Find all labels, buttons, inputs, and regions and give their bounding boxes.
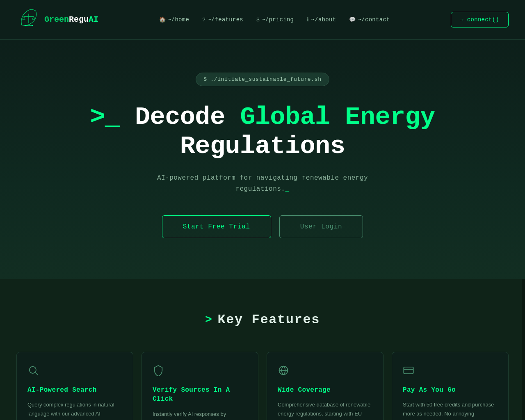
globe-icon [278, 365, 372, 378]
feature-card-verify: Verify Sources In A Click Instantly veri… [142, 352, 258, 420]
logo: GreenReguAI [16, 7, 98, 32]
user-login-button[interactable]: User Login [279, 215, 363, 238]
hero-section: $ ./initiate_sustainable_future.sh >_ De… [0, 40, 525, 279]
hero-buttons: Start Free Trial User Login [16, 215, 509, 238]
contact-icon: 💬 [349, 16, 356, 23]
prompt-symbol: >_ [90, 103, 120, 132]
home-icon: 🏠 [159, 16, 166, 23]
feature-title-payment: Pay As You Go [403, 386, 498, 395]
logo-icon [16, 7, 41, 32]
hero-subtext: AI-powered platform for navigating renew… [135, 173, 390, 195]
svg-point-5 [30, 367, 36, 373]
feature-card-search: AI-Powered Search Query complex regulati… [16, 352, 133, 420]
connect-button[interactable]: → connect() [451, 12, 509, 27]
hero-heading: >_ Decode Global Energy Regulations [16, 103, 509, 161]
cursor: _ [285, 185, 289, 193]
feature-desc-search: Query complex regulations in natural lan… [27, 400, 122, 420]
feature-title-search: AI-Powered Search [27, 386, 122, 395]
feature-title-verify: Verify Sources In A Click [153, 386, 247, 404]
nav-home[interactable]: 🏠~/home [159, 16, 189, 23]
svg-rect-9 [404, 367, 413, 374]
nav-contact[interactable]: 💬~/contact [349, 16, 390, 23]
nav-features[interactable]: ?~/features [202, 16, 243, 23]
connect-label: → connect() [460, 16, 500, 23]
svg-line-6 [35, 372, 38, 375]
feature-desc-verify: Instantly verify AI responses by accessi… [153, 410, 247, 420]
about-icon: ℹ [307, 16, 309, 23]
command-badge: $ ./initiate_sustainable_future.sh [196, 73, 329, 86]
feature-card-payment: Pay As You Go Start with 50 free credits… [392, 352, 509, 420]
navbar: GreenReguAI 🏠~/home ?~/features $~/prici… [0, 0, 525, 40]
feature-title-coverage: Wide Coverage [278, 386, 372, 395]
start-trial-button[interactable]: Start Free Trial [162, 215, 271, 238]
card-icon [403, 365, 498, 378]
nav-menu: 🏠~/home ?~/features $~/pricing ℹ~/about … [159, 16, 390, 23]
features-section: > Key Features AI-Powered Search Query c… [0, 279, 525, 420]
features-grid: AI-Powered Search Query complex regulati… [16, 352, 509, 420]
heading-highlight: Global Energy [240, 103, 435, 132]
feature-desc-payment: Start with 50 free credits and purchase … [403, 400, 498, 420]
brand-name: GreenReguAI [44, 16, 98, 24]
chevron-icon: > [205, 313, 212, 326]
nav-about[interactable]: ℹ~/about [307, 16, 336, 23]
search-icon [27, 365, 122, 378]
shield-icon [153, 365, 247, 378]
feature-desc-coverage: Comprehensive database of renewable ener… [278, 400, 372, 420]
features-heading: > Key Features [16, 312, 509, 327]
nav-pricing[interactable]: $~/pricing [256, 16, 294, 23]
feature-card-coverage: Wide Coverage Comprehensive database of … [267, 352, 383, 420]
features-icon: ? [202, 17, 205, 23]
pricing-icon: $ [256, 17, 260, 23]
